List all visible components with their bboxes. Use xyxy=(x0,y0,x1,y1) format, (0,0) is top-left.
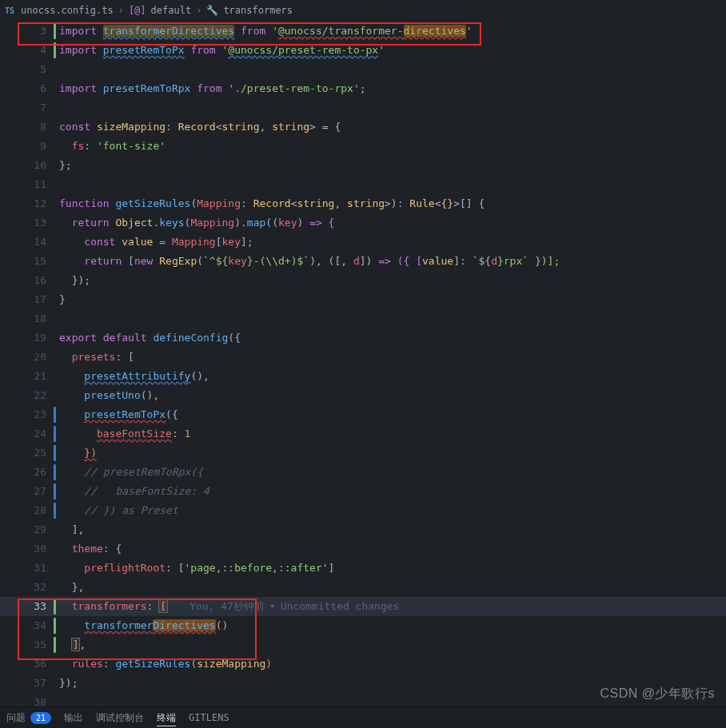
code-line[interactable]: 34 transformerDirectives() xyxy=(0,616,726,635)
code-line[interactable]: 14 const value = Mapping[key]; xyxy=(0,233,726,252)
method: map xyxy=(247,217,265,229)
code-line[interactable]: 32 }, xyxy=(0,578,726,597)
keyword-return: return xyxy=(84,255,122,267)
line-number: 9 xyxy=(40,137,46,156)
gitlens-blame: You, 47秒钟前•Uncommitted changes xyxy=(189,600,399,612)
code-line[interactable]: 6 import presetRemToRpx from './preset-r… xyxy=(0,79,726,98)
panel-tab-terminal[interactable]: 终端 xyxy=(157,711,176,725)
gitlens-author: You, 47秒钟前 xyxy=(189,600,265,612)
string: ./preset-rem-to-rpx xyxy=(234,82,353,94)
keyword-from: from xyxy=(241,25,265,37)
code-line[interactable]: 5 xyxy=(0,60,726,79)
code-line[interactable]: 10}; xyxy=(0,156,726,175)
variable: d xyxy=(491,255,497,267)
quote: ' xyxy=(228,82,234,94)
code-line[interactable]: 15 return [new RegExp(`^${key}-(\\d+)$`)… xyxy=(0,252,726,271)
breadcrumb-symbol-default[interactable]: default xyxy=(151,5,192,16)
argument: Mapping xyxy=(190,217,234,229)
line-number: 28 xyxy=(34,501,46,520)
code-line[interactable]: 24 baseFontSize: 1 xyxy=(0,424,726,444)
panel-tab-debug[interactable]: 调试控制台 xyxy=(96,711,144,725)
breadcrumb-symbol-transformers[interactable]: transformers xyxy=(223,5,293,16)
punct: ] xyxy=(360,255,366,267)
problems-count-badge: 21 xyxy=(30,712,51,724)
string-highlight: directives xyxy=(404,25,466,37)
property: presets xyxy=(72,351,116,363)
line-number: 10 xyxy=(34,156,46,175)
code-line[interactable]: 22 presetUno(), xyxy=(0,386,726,405)
code-line[interactable]: 30 theme: { xyxy=(0,539,726,559)
code-line[interactable]: 36 rules: getSizeRules(sizeMapping) xyxy=(0,654,726,674)
function-highlight: Directives xyxy=(153,619,215,631)
code-line-active[interactable]: 33 transformers: [You, 47秒钟前•Uncommitted… xyxy=(0,597,726,616)
punct: } xyxy=(59,293,66,305)
code-line[interactable]: 18 xyxy=(0,309,726,328)
git-gutter-added-icon xyxy=(54,42,56,58)
line-number: 37 xyxy=(34,674,46,693)
code-line[interactable]: 28 // }) as Preset xyxy=(0,501,726,520)
breadcrumb[interactable]: TS unocss.config.ts › [@] default › 🔧 tr… xyxy=(0,0,726,22)
line-number: 15 xyxy=(34,252,46,271)
panel-tab-problems[interactable]: 问题 21 xyxy=(6,711,51,725)
code-line[interactable]: 21 presetAttributify(), xyxy=(0,367,726,386)
punct: ({ xyxy=(166,408,178,420)
breadcrumb-file[interactable]: unocss.config.ts xyxy=(21,5,114,16)
code-line[interactable]: 20 presets: [ xyxy=(0,348,726,367)
git-gutter-modified-icon xyxy=(54,483,56,499)
git-gutter-added-icon xyxy=(54,599,56,615)
number: 1 xyxy=(185,428,191,440)
code-line[interactable]: 29 ], xyxy=(0,520,726,539)
panel-tabs[interactable]: 问题 21 输出 调试控制台 终端 GITLENS xyxy=(0,706,726,728)
line-number: 35 xyxy=(34,635,46,654)
git-gutter-added-icon xyxy=(54,637,56,653)
symbol-namespace-icon: [@] xyxy=(129,5,146,16)
line-number: 30 xyxy=(34,539,46,559)
punct: [, xyxy=(334,255,353,267)
line-number: 21 xyxy=(34,367,46,386)
argument: sizeMapping xyxy=(197,658,265,670)
code-line[interactable]: 25 }) xyxy=(0,444,726,463)
code-line[interactable]: 26 // presetRemToRpx({ xyxy=(0,463,726,482)
line-number: 36 xyxy=(34,654,46,674)
keyword-import: import xyxy=(59,25,97,37)
line-number: 23 xyxy=(34,405,46,424)
code-line[interactable]: 31 preflightRoot: ['page,::before,::afte… xyxy=(0,559,726,578)
code-line[interactable]: 11 xyxy=(0,175,726,194)
property: fs xyxy=(72,140,85,152)
quote: ' xyxy=(272,25,278,37)
quote: ' xyxy=(466,25,473,37)
gitlens-message: Uncommitted changes xyxy=(281,600,400,612)
string: 'font-size' xyxy=(97,140,166,152)
type: string xyxy=(222,121,260,133)
code-line[interactable]: 37}); xyxy=(0,674,726,693)
keyword-new: new xyxy=(134,255,153,267)
code-line[interactable]: 19 export default defineConfig({ xyxy=(0,328,726,348)
line-number: 4 xyxy=(40,41,46,60)
line-number: 8 xyxy=(40,117,46,137)
code-line[interactable]: 4 import presetRemToPx from '@unocss/pre… xyxy=(0,41,726,60)
panel-tab-output[interactable]: 输出 xyxy=(64,711,83,725)
template: `^${ xyxy=(203,255,228,267)
code-editor[interactable]: 3 import transformerDirectives from '@un… xyxy=(0,22,726,712)
code-line[interactable]: 16 }); xyxy=(0,271,726,290)
code-line[interactable]: 35 ], xyxy=(0,635,726,654)
code-line[interactable]: 27 // baseFontSize: 4 xyxy=(0,482,726,501)
code-line[interactable]: 9 fs: 'font-size' xyxy=(0,137,726,156)
code-line[interactable]: 8 const sizeMapping: Record<string, stri… xyxy=(0,117,726,137)
line-number: 6 xyxy=(40,79,46,98)
chevron-right-icon: › xyxy=(196,5,201,16)
punct: }; xyxy=(59,159,72,171)
code-line[interactable]: 13 return Object.keys(Mapping).map((key)… xyxy=(0,213,726,233)
gitlens-dot-icon: • xyxy=(269,600,276,612)
keyword-default: default xyxy=(103,332,147,344)
code-line[interactable]: 23 presetRemToPx({ xyxy=(0,405,726,424)
property: rules xyxy=(72,658,103,670)
variable: d xyxy=(353,255,360,267)
punct: ], xyxy=(72,523,85,535)
code-line[interactable]: 3 import transformerDirectives from '@un… xyxy=(0,22,726,41)
panel-tab-gitlens[interactable]: GITLENS xyxy=(189,712,229,723)
punct: }); xyxy=(72,274,90,286)
code-line[interactable]: 17} xyxy=(0,290,726,309)
code-line[interactable]: 7 xyxy=(0,98,726,117)
code-line[interactable]: 12 function getSizeRules(Mapping: Record… xyxy=(0,194,726,213)
